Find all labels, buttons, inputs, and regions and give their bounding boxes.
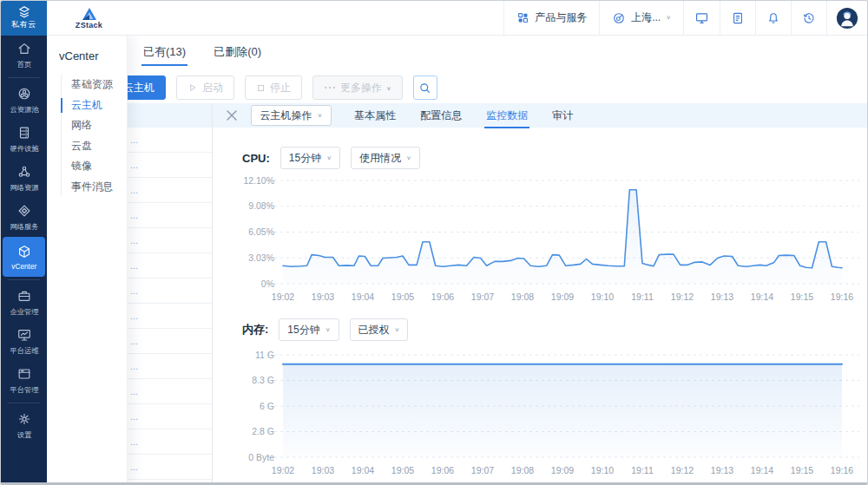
chevron-down-icon: ∨ <box>318 112 323 118</box>
table-row[interactable]: ... <box>128 379 212 404</box>
sidebar-item-label: 网络服务 <box>10 222 38 233</box>
svg-text:19:10: 19:10 <box>591 465 614 475</box>
svg-text:19:09: 19:09 <box>551 465 574 475</box>
table-row[interactable]: ... <box>128 480 212 485</box>
tab-deleted[interactable]: 已删除(0) <box>212 36 263 69</box>
table-row[interactable]: ... <box>128 404 212 429</box>
table-row[interactable]: ... <box>128 354 212 379</box>
vm-detail-header: 云主机操作 ∨ 基本属性配置信息监控数据审计 <box>213 103 868 128</box>
svg-text:19:04: 19:04 <box>352 292 374 302</box>
flyout-item[interactable]: 网络 <box>71 115 127 136</box>
hardware-icon <box>16 125 32 141</box>
detail-tab-item[interactable]: 审计 <box>552 103 573 128</box>
svg-text:19:04: 19:04 <box>352 465 374 475</box>
svg-text:6.05%: 6.05% <box>248 226 274 237</box>
flyout-item[interactable]: 基础资源 <box>71 75 127 95</box>
sidebar-item-enterprise[interactable]: 企业管理 <box>1 283 47 322</box>
zstack-logo-icon <box>81 7 98 21</box>
svg-text:19:02: 19:02 <box>272 292 294 302</box>
svg-text:19:12: 19:12 <box>671 292 694 302</box>
region-selector[interactable]: 上海... ∨ <box>599 1 683 35</box>
vm-actions-dropdown[interactable]: 云主机操作 ∨ <box>251 105 332 126</box>
svg-text:0%: 0% <box>261 279 274 289</box>
flyout-item[interactable]: 事件消息 <box>71 177 127 198</box>
products-services-menu[interactable]: 产品与服务 <box>503 1 599 35</box>
more-actions-button[interactable]: 更多操作 ∨ <box>312 75 403 100</box>
primary-sidebar: 首页云资源池硬件设施网络资源网络服务vCenter企业管理平台运维平台管理设置 <box>1 36 47 485</box>
region-globe-icon <box>612 11 626 25</box>
memory-chart: 0 Byte2.8 G6 G8.3 G11 G19:0219:0319:0419… <box>235 344 867 482</box>
chevron-down-icon: ∨ <box>395 326 400 332</box>
cpu-metric-dropdown[interactable]: 使用情况 ∨ <box>351 147 420 169</box>
sidebar-item-home[interactable]: 首页 <box>1 36 47 75</box>
detail-tab-item[interactable]: 基本属性 <box>354 103 396 128</box>
mem-range-dropdown[interactable]: 15分钟 ∨ <box>279 318 339 341</box>
search-button[interactable] <box>413 75 437 100</box>
sidebar-item-label: 企业管理 <box>10 307 38 318</box>
sidebar-item-gear[interactable]: 设置 <box>1 406 47 445</box>
table-row[interactable]: ... <box>128 429 212 455</box>
flyout-item[interactable]: 镜像 <box>71 156 127 177</box>
close-icon[interactable] <box>225 108 239 122</box>
svg-text:19:11: 19:11 <box>631 292 654 302</box>
sidebar-item-label: 网络资源 <box>10 183 38 193</box>
list-tabbar: 已有(13) 已删除(0) <box>131 36 867 69</box>
svg-text:19:07: 19:07 <box>471 292 494 302</box>
chevron-down-icon: ∨ <box>666 15 671 21</box>
svg-text:19:06: 19:06 <box>431 292 454 302</box>
svg-text:19:15: 19:15 <box>791 465 813 475</box>
gear-icon <box>16 411 32 427</box>
sidebar-item-platform[interactable]: 平台管理 <box>1 361 47 400</box>
start-vm-button[interactable]: 启动 <box>176 75 234 100</box>
table-row[interactable]: ... <box>128 203 212 228</box>
mem-metric-dropdown[interactable]: 已授权 ∨ <box>350 318 409 341</box>
table-row[interactable]: ... <box>128 455 212 480</box>
operation-log-button[interactable] <box>720 1 755 35</box>
play-icon <box>187 82 198 93</box>
table-row[interactable]: ... <box>128 253 212 279</box>
svg-text:19:13: 19:13 <box>711 465 733 475</box>
table-row[interactable]: ... <box>128 178 212 203</box>
flyout-menu: 基础资源云主机网络云盘镜像事件消息 <box>61 75 127 197</box>
table-row[interactable]: ... <box>128 329 212 354</box>
mem-metric-label: 已授权 <box>358 323 390 338</box>
table-row[interactable]: ... <box>128 279 212 304</box>
svg-text:2.8 G: 2.8 G <box>252 426 274 436</box>
cpu-range-dropdown[interactable]: 15分钟 ∨ <box>280 147 340 169</box>
detail-tab-active[interactable]: 监控数据 <box>486 103 528 128</box>
flyout-item[interactable]: 云主机 <box>71 95 127 116</box>
stop-vm-button[interactable]: 停止 <box>245 75 302 100</box>
vm-toolbar: 创建云主机 启动 停止 更多操作 ∨ <box>91 75 437 100</box>
flyout-item[interactable]: 云盘 <box>71 136 127 157</box>
sidebar-item-net-resource[interactable]: 网络资源 <box>1 159 47 198</box>
svg-text:19:03: 19:03 <box>312 292 334 302</box>
table-row[interactable]: ... <box>128 304 212 329</box>
cpu-usage-chart: 0%3.03%6.05%9.08%12.10%19:0219:0319:0419… <box>235 173 867 306</box>
header-spacer <box>131 1 503 35</box>
sidebar-item-hardware[interactable]: 硬件设施 <box>1 120 47 159</box>
tab-existing[interactable]: 已有(13) <box>141 36 187 69</box>
history-button[interactable] <box>791 1 826 35</box>
svg-text:19:14: 19:14 <box>751 465 773 475</box>
sidebar-item-label: 设置 <box>16 430 31 441</box>
private-cloud-switcher[interactable]: 私有云 <box>1 1 47 36</box>
history-icon <box>802 11 816 25</box>
sidebar-item-ops[interactable]: 平台运维 <box>1 322 47 361</box>
console-button[interactable] <box>683 1 720 35</box>
svg-text:19:08: 19:08 <box>511 292 534 302</box>
flyout-title: vCenter <box>47 36 127 62</box>
table-row[interactable]: ... <box>128 153 212 178</box>
zstack-logo[interactable]: ZStack <box>47 1 131 35</box>
notifications-button[interactable] <box>755 1 791 35</box>
net-resource-icon <box>16 164 32 180</box>
sidebar-item-pool[interactable]: 云资源池 <box>1 81 47 120</box>
platform-icon <box>16 366 32 382</box>
sidebar-item-cube[interactable]: vCenter <box>3 237 45 277</box>
detail-tab-item[interactable]: 配置信息 <box>420 103 462 128</box>
svg-text:19:12: 19:12 <box>671 465 694 475</box>
brand-product-label: 私有云 <box>11 19 36 30</box>
user-menu[interactable] <box>826 1 867 35</box>
table-row[interactable]: ... <box>128 128 212 153</box>
sidebar-item-net-service[interactable]: 网络服务 <box>1 198 47 237</box>
table-row[interactable]: ... <box>128 228 212 253</box>
